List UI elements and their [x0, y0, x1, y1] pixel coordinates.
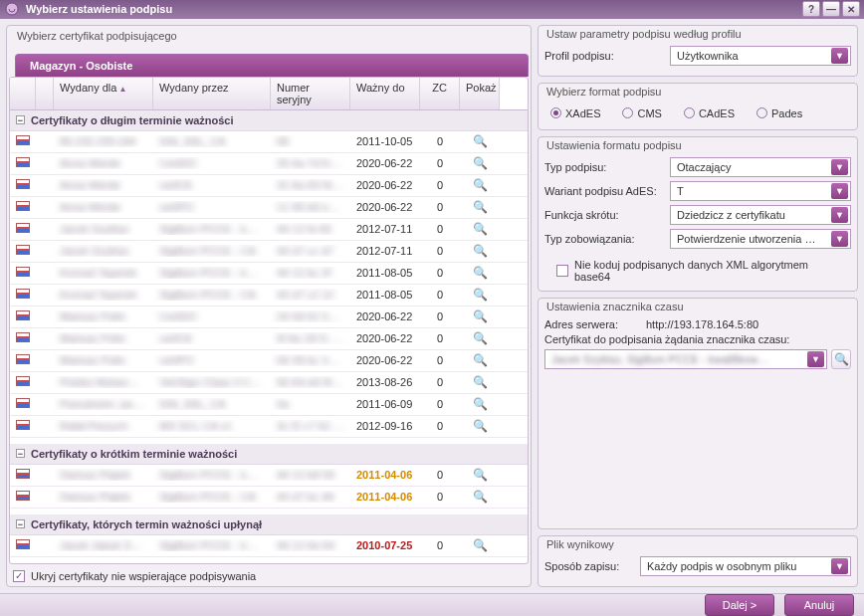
output-combo[interactable]: Każdy podpis w osobnym pliku▼	[640, 556, 851, 576]
cell-zc: 0	[420, 398, 460, 410]
b64-label: Nie koduj podpisanych danych XML algoryt…	[574, 259, 847, 283]
magnifier-icon[interactable]: 🔍	[473, 309, 488, 323]
tab-personal-store[interactable]: Magazyn - Osobiste	[15, 54, 529, 77]
magnifier-icon[interactable]: 🔍	[473, 200, 488, 214]
cell-serial: 43 d7 bc 44	[271, 491, 350, 503]
table-row[interactable]: Mariusz PolincertPO04 39 bc 3a 8…2020-06…	[10, 350, 528, 372]
magnifier-icon[interactable]: 🔍	[473, 134, 488, 148]
col-issued-by[interactable]: Wydany przez	[153, 78, 271, 109]
magnifier-icon[interactable]: 🔍	[473, 353, 488, 367]
magnifier-icon[interactable]: 🔍	[473, 266, 488, 280]
format-radio-cms[interactable]: CMS	[622, 107, 661, 119]
magnifier-icon[interactable]: 🔍	[473, 331, 488, 345]
table-row[interactable]: Pseudonim: pe…534_SSL_CA0a2011-06-090🔍	[10, 394, 528, 416]
cell-issued-by: certCE	[153, 332, 271, 344]
table-row[interactable]: Dariusz PiątekSigillum PCCE - CA43 d7 bc…	[10, 487, 528, 509]
chevron-down-icon: ▼	[831, 558, 848, 574]
table-row[interactable]: Jacek SzybiszSigillum PCCE - CA43 d7 cc …	[10, 241, 528, 263]
minimize-button[interactable]: —	[822, 1, 840, 17]
cell-zc: 0	[420, 469, 460, 481]
variant-label: Wariant podpisu AdES:	[544, 185, 664, 197]
cell-issued-by: certPO	[153, 201, 271, 213]
format-settings-legend: Ustawienia formatu podpisu	[546, 139, 851, 151]
b64-checkbox[interactable]	[556, 265, 568, 277]
grid-body[interactable]: −Certyfikaty o długim terminie ważności8…	[10, 110, 528, 563]
table-row[interactable]: Anna WerdecertPO11 95 b0 e4 e…2020-06-22…	[10, 197, 528, 219]
table-row[interactable]: Dariusz PiątekSigillum PCCE - kwalif…44 …	[10, 465, 528, 487]
format-radio-cades[interactable]: CAdES	[684, 107, 735, 119]
svg-point-0	[6, 3, 18, 15]
magnifier-icon[interactable]: 🔍	[473, 222, 488, 236]
variant-combo[interactable]: T▼	[670, 181, 851, 201]
cell-zc: 0	[420, 135, 460, 147]
table-row[interactable]: Jacek SzybiszSigillum PCCE - kwalif…44 1…	[10, 219, 528, 241]
table-row[interactable]: Mariusz PolinCertDO24 94 61 59 7…2020-06…	[10, 307, 528, 328]
magnifier-icon[interactable]: 🔍	[473, 375, 488, 389]
next-button[interactable]: Dalej >	[705, 594, 774, 616]
cert-icon	[16, 289, 30, 299]
cell-serial: 20 4a 7d fc 0…	[271, 157, 350, 169]
cert-icon	[16, 332, 30, 342]
table-row[interactable]: Jacek Jakub S…Sigillum PCCE - kwalif…44 …	[10, 535, 528, 557]
table-row[interactable]: Konrad TaperekSigillum PCCE - CA43 d7 c2…	[10, 285, 528, 307]
cell-zc: 0	[420, 245, 460, 257]
sig-type-combo[interactable]: Otaczający▼	[670, 157, 851, 177]
cert-icon	[16, 179, 30, 189]
table-row[interactable]: 85.232.239.184534_SSL_CA092011-10-050🔍	[10, 131, 528, 153]
table-row[interactable]: Anna WerdeCertDO20 4a 7d fc 0…2020-06-22…	[10, 153, 528, 175]
col-zc[interactable]: ZC	[420, 78, 460, 109]
magnifier-icon[interactable]: 🔍	[473, 468, 488, 482]
magnifier-icon[interactable]: 🔍	[473, 156, 488, 170]
magnifier-icon[interactable]: 🔍	[473, 244, 488, 258]
cell-serial: 04 39 bc 3a 8…	[271, 354, 350, 366]
magnifier-icon[interactable]: 🔍	[473, 490, 488, 504]
col-icon[interactable]	[10, 78, 36, 109]
hash-combo[interactable]: Dziedzicz z certyfikatu▼	[670, 205, 851, 225]
group-title: Certyfikaty o długim terminie ważności	[31, 114, 234, 126]
cell-valid-to: 2010-07-25	[350, 539, 420, 551]
radio-label: XAdES	[565, 107, 600, 119]
ts-cert-combo[interactable]: Jacek Szybisz, Sigillum PCCE - kwalifiko…	[544, 349, 827, 369]
col-valid-to[interactable]: Ważny do	[350, 78, 420, 109]
group-header[interactable]: −Certyfikaty o długim terminie ważności	[10, 110, 528, 131]
col-expand[interactable]	[36, 78, 54, 109]
format-radio-xades[interactable]: XAdES	[550, 107, 600, 119]
hash-label: Funkcja skrótu:	[544, 209, 664, 221]
magnifier-icon[interactable]: 🔍	[473, 419, 488, 433]
titlebar[interactable]: Wybierz ustawienia podpisu ? — ✕	[0, 0, 864, 19]
radio-label: Pades	[771, 107, 802, 119]
cell-issued-to: Anna Werde	[54, 179, 153, 191]
profile-combo[interactable]: Użytkownika ▼	[670, 46, 851, 66]
magnifier-icon[interactable]: 🔍	[473, 178, 488, 192]
group-header[interactable]: −Certyfikaty o krótkim terminie ważności	[10, 444, 528, 465]
grid-header: Wydany dla▲ Wydany przez Numer seryjny W…	[10, 78, 528, 110]
cell-valid-to: 2011-08-05	[350, 267, 420, 279]
commitment-combo[interactable]: Potwierdzenie utworzenia …▼	[670, 229, 851, 249]
col-show[interactable]: Pokaż	[460, 78, 500, 109]
cell-issued-to: Konrad Taperek	[54, 289, 153, 301]
magnifier-icon[interactable]: 🔍	[473, 397, 488, 411]
close-button[interactable]: ✕	[842, 1, 860, 17]
magnifier-icon[interactable]: 🔍	[473, 538, 488, 552]
cell-issued-to: Konrad Taperek	[54, 267, 153, 279]
timestamp-group: Ustawienia znacznika czasu Adres serwera…	[538, 298, 858, 529]
group-header[interactable]: −Certyfikaty, których termin ważności up…	[10, 514, 528, 535]
table-row[interactable]: Rafał ParzychMS SCL CA v13c f2 c7 62 9…2…	[10, 416, 528, 438]
format-radio-pades[interactable]: Pades	[756, 107, 802, 119]
col-serial[interactable]: Numer seryjny	[271, 78, 350, 109]
view-ts-cert-button[interactable]: 🔍	[831, 349, 851, 369]
col-issued-to[interactable]: Wydany dla▲	[54, 78, 153, 109]
hide-unsupported-checkbox[interactable]: ✓	[13, 570, 25, 582]
cell-zc: 0	[420, 179, 460, 191]
cell-valid-to: 2011-10-05	[350, 135, 420, 147]
table-row[interactable]: Polska Wytwo…VeriSign Class 3 Cod…50 64 …	[10, 372, 528, 394]
help-button[interactable]: ?	[802, 1, 820, 17]
timestamp-legend: Ustawienia znacznika czasu	[546, 301, 851, 312]
table-row[interactable]: Konrad TaperekSigillum PCCE - kwalif…44 …	[10, 263, 528, 285]
window-title: Wybierz ustawienia podpisu	[26, 3, 800, 15]
cell-issued-by: Sigillum PCCE - CA	[153, 289, 271, 301]
cancel-button[interactable]: Anuluj	[784, 594, 854, 616]
table-row[interactable]: Mariusz PolincertCE5f 6e 28 f1 9f…2020-0…	[10, 328, 528, 350]
magnifier-icon[interactable]: 🔍	[473, 288, 488, 302]
table-row[interactable]: Anna WerdecertCE31 8a 83 f4 b…2020-06-22…	[10, 175, 528, 197]
